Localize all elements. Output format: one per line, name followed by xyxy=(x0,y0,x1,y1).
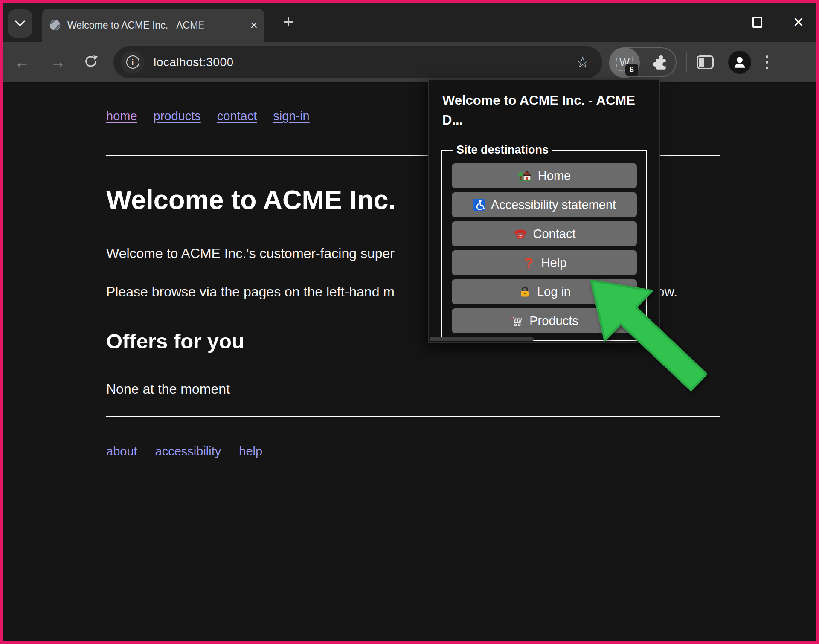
chevron-down-icon xyxy=(15,20,26,27)
back-icon[interactable]: ← xyxy=(14,53,31,71)
window-controls: × xyxy=(722,9,804,36)
destination-buttons: Home Accessibility statement xyxy=(452,163,637,333)
footer-nav: about accessibility help xyxy=(106,444,262,458)
avatar-icon xyxy=(732,55,747,70)
profile-avatar[interactable] xyxy=(728,51,751,74)
accessibility-statement-button[interactable]: Accessibility statement xyxy=(452,192,637,217)
footer-link-about[interactable]: about xyxy=(106,444,137,458)
nav-link-sign-in[interactable]: sign-in xyxy=(273,109,309,123)
titlebar: Welcome to ACME Inc. - ACME × + × xyxy=(3,3,816,42)
popup-horizontal-scrollbar[interactable] xyxy=(430,337,534,341)
phone-icon xyxy=(513,227,528,241)
info-icon: i xyxy=(126,55,139,69)
site-info-button[interactable]: i xyxy=(121,51,144,74)
page-title: Welcome to ACME Inc. xyxy=(106,184,396,215)
tab-title-fade xyxy=(190,20,218,31)
maximize-icon xyxy=(752,17,762,28)
browser-tab[interactable]: Welcome to ACME Inc. - ACME × xyxy=(42,9,264,42)
button-label: Contact xyxy=(533,227,576,241)
maximize-button[interactable] xyxy=(752,17,762,28)
nav-link-home[interactable]: home xyxy=(106,109,137,123)
contact-button[interactable]: Contact xyxy=(452,221,637,246)
button-label: Log in xyxy=(537,285,571,299)
extensions-area: W 6 xyxy=(609,47,677,77)
offers-heading: Offers for you xyxy=(106,329,244,353)
extension-popup: Welcome to ACME Inc. - ACME D... Site de… xyxy=(428,79,660,343)
address-bar[interactable]: i localhost:3000 ☆ xyxy=(113,46,602,78)
forward-icon[interactable]: → xyxy=(49,53,67,71)
side-panel-icon[interactable] xyxy=(697,55,714,69)
cart-icon xyxy=(510,314,524,327)
site-destinations-fieldset: Site destinations Home xyxy=(441,150,647,341)
help-button[interactable]: ? Help xyxy=(452,250,637,275)
popup-title: Welcome to ACME Inc. - ACME D... xyxy=(442,91,653,130)
question-icon: ? xyxy=(522,255,536,271)
button-label: Help xyxy=(541,256,567,270)
tab-close-icon[interactable]: × xyxy=(250,19,258,32)
offers-body: None at the moment xyxy=(106,381,230,397)
extensions-puzzle-button[interactable] xyxy=(651,54,669,74)
browser-window: Welcome to ACME Inc. - ACME × + × ← → i … xyxy=(0,0,819,644)
home-button[interactable]: Home xyxy=(452,163,637,188)
new-tab-button[interactable]: + xyxy=(276,10,300,34)
accessibility-icon xyxy=(473,198,485,211)
overflow-menu-icon[interactable] xyxy=(766,55,768,69)
globe-favicon-icon xyxy=(49,19,61,32)
site-destinations-legend: Site destinations xyxy=(453,143,552,157)
home-icon xyxy=(518,169,532,183)
nav-link-products[interactable]: products xyxy=(154,109,201,123)
footer-link-accessibility[interactable]: accessibility xyxy=(155,444,221,458)
products-button[interactable]: Products xyxy=(452,308,637,333)
toolbar-divider xyxy=(686,52,687,72)
top-nav: home products contact sign-in xyxy=(106,109,310,123)
browser-toolbar: ← → i localhost:3000 ☆ W 6 xyxy=(3,42,816,83)
lock-icon xyxy=(518,285,531,298)
nav-link-contact[interactable]: contact xyxy=(217,109,257,123)
button-label: Home xyxy=(538,169,571,183)
log-in-button[interactable]: Log in xyxy=(452,279,637,304)
tab-search-button[interactable] xyxy=(8,9,32,38)
intro-paragraph: Welcome to ACME Inc.'s customer-facing s… xyxy=(106,246,395,261)
tab-title: Welcome to ACME Inc. - ACME xyxy=(67,20,205,31)
page-content: home products contact sign-in Welcome to… xyxy=(3,83,816,641)
reload-button[interactable] xyxy=(84,54,98,70)
bottom-divider xyxy=(106,416,720,417)
puzzle-icon xyxy=(651,54,669,72)
extension-badge: 6 xyxy=(625,64,638,76)
bookmark-star-icon[interactable]: ☆ xyxy=(576,53,590,71)
button-label: Accessibility statement xyxy=(491,198,616,212)
button-label: Products xyxy=(529,314,578,328)
browse-paragraph: Please browse via the pages on the left-… xyxy=(106,284,395,300)
window-close-button[interactable]: × xyxy=(793,15,804,29)
reload-icon xyxy=(84,54,98,69)
footer-link-help[interactable]: help xyxy=(239,444,262,458)
browse-paragraph-tail: ow. xyxy=(657,284,677,300)
url-text[interactable]: localhost:3000 xyxy=(154,55,234,69)
